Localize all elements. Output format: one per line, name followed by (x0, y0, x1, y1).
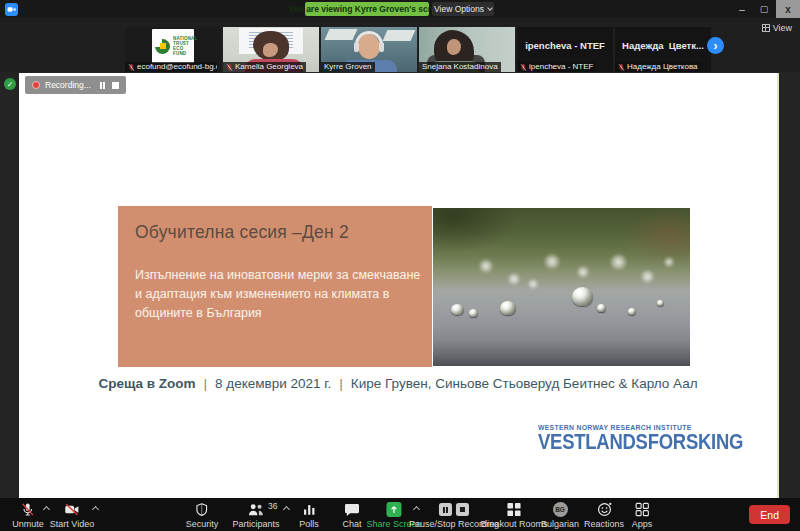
participant-name-label: ipencheva - NTEF (517, 62, 596, 72)
ecofund-logo-text: NATIONAL TRUST ECO FUND (173, 36, 198, 56)
slide-title-block: Обучителна сесия –Ден 2 Изпълнение на ин… (118, 206, 432, 367)
national-trust-ecofund-logo: NATIONAL TRUST ECO FUND (152, 29, 194, 63)
participant-thumbnail-strip: NATIONAL TRUST ECO FUND ecofund@ecofund-… (0, 18, 800, 72)
view-grid-icon (762, 24, 770, 32)
recording-label: Recording... (45, 80, 91, 90)
participant-name-label: Надежда Цветкова (615, 62, 701, 72)
participant-name-label: Kamelia Georgieva (223, 62, 306, 72)
muted-mic-icon (520, 63, 527, 72)
view-options-button[interactable]: View Options (432, 2, 494, 16)
breakout-rooms-button[interactable]: Breakout Rooms (480, 502, 547, 529)
participants-icon: 36 (248, 502, 265, 517)
smiley-icon (597, 502, 612, 517)
pause-recording-icon[interactable] (100, 82, 106, 89)
language-bg-icon: BG (553, 502, 568, 517)
muted-mic-icon (226, 63, 233, 72)
stop-icon[interactable] (456, 503, 469, 516)
participant-tile-ecofund[interactable]: NATIONAL TRUST ECO FUND ecofund@ecofund-… (125, 27, 221, 72)
water-droplets-image (433, 208, 690, 366)
participants-button[interactable]: 36 Participants (232, 502, 279, 529)
participant-tile-kyrre-active-speaker[interactable]: Kyrre Groven (321, 27, 417, 72)
participant-name-label: Kyrre Groven (321, 62, 375, 72)
meeting-toolbar: Unmute Start Video Security 36 Participa… (0, 498, 800, 531)
recording-indicator: Recording... (25, 76, 126, 94)
video-off-icon (64, 502, 80, 517)
muted-mic-icon (20, 502, 35, 517)
close-button[interactable]: x (776, 0, 800, 18)
shared-slide: Обучителна сесия –Ден 2 Изпълнение на ин… (19, 73, 779, 498)
ecofund-logo-mark (155, 39, 170, 54)
maximize-button[interactable]: ▢ (754, 0, 774, 18)
logo-name-line: VESTLANDSFORSKING (538, 431, 743, 453)
participant-tile-snejana[interactable]: Snejana Kostadinova (419, 27, 515, 72)
apps-button[interactable]: Apps (632, 502, 653, 529)
meeting-info-shield-icon[interactable]: ✓ (4, 78, 16, 90)
start-video-button[interactable]: Start Video (50, 502, 94, 529)
viewing-screen-banner: You are viewing Kyrre Groven's screen (305, 2, 429, 16)
participant-tile-kamelia[interactable]: Kamelia Georgieva (223, 27, 319, 72)
separator: | (196, 376, 216, 391)
participant-tile-nadezhda[interactable]: Надежда Цветк... Надежда Цветкова (615, 27, 711, 72)
slide-subtitle: Изпълнение на иноватовни мерки за смекча… (135, 266, 423, 323)
slide-meeting-info: Среща в Zoom | 8 декември 2021 г. | Кире… (19, 376, 777, 391)
separator: | (331, 376, 351, 391)
zoom-meeting-window: You are viewing Kyrre Groven's screen Vi… (0, 0, 800, 531)
presenters: Кире Грувен, Синьове Стьоверуд Беитнес &… (351, 376, 698, 391)
shared-screen-area: Обучителна сесия –Ден 2 Изпълнение на ин… (0, 72, 800, 498)
next-participants-page-button[interactable]: › (707, 37, 724, 54)
minimize-button[interactable]: – (732, 0, 752, 18)
apps-grid-icon (634, 502, 649, 517)
interpretation-language-button[interactable]: BG Bulgarian (541, 502, 579, 529)
security-button[interactable]: Security (186, 502, 219, 529)
pause-icon[interactable] (439, 503, 452, 516)
participant-name-label: ecofund@ecofund-bg.org (125, 62, 217, 72)
unmute-button[interactable]: Unmute (12, 502, 44, 529)
view-layout-button[interactable]: View (762, 21, 792, 34)
meeting-type: Среща в Zoom (98, 376, 195, 391)
meeting-date: 8 декември 2021 г. (215, 376, 331, 391)
slide-title: Обучителна сесия –Ден 2 (135, 222, 349, 243)
participant-display-name: Надежда Цветк... (615, 40, 711, 51)
vestlandsforsking-logo: WESTERN NORWAY RESEARCH INSTITUTE VESTLA… (538, 424, 782, 453)
view-options-label: View Options (434, 4, 484, 14)
shield-icon (195, 502, 209, 517)
stop-recording-icon[interactable] (112, 82, 119, 89)
participant-tile-ipencheva[interactable]: ipencheva - NTEF ipencheva - NTEF (517, 27, 613, 72)
chat-button[interactable]: Chat (342, 502, 361, 529)
polls-bar-chart-icon (302, 502, 316, 517)
window-titlebar: You are viewing Kyrre Groven's screen Vi… (0, 0, 800, 18)
share-screen-icon (386, 502, 401, 517)
participant-name-label: Snejana Kostadinova (419, 62, 501, 72)
reactions-button[interactable]: Reactions (584, 502, 624, 529)
participants-options-caret[interactable] (283, 506, 290, 513)
polls-button[interactable]: Polls (299, 502, 319, 529)
muted-mic-icon (128, 63, 135, 72)
pause-stop-icons (439, 502, 469, 517)
participants-count-badge: 36 (268, 501, 277, 511)
participant-display-name: ipencheva - NTEF (517, 40, 613, 51)
recording-dot-icon (32, 81, 40, 89)
chat-bubble-icon (344, 502, 359, 517)
zoom-app-icon (5, 3, 18, 16)
muted-mic-icon (618, 63, 625, 72)
breakout-rooms-grid-icon (507, 502, 522, 517)
end-meeting-button[interactable]: End (749, 505, 790, 524)
chevron-down-icon (487, 5, 493, 11)
